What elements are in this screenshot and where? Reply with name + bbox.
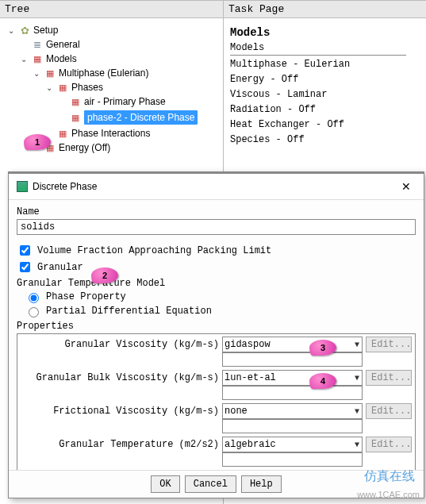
prop-label: Frictional Viscosity (kg/m-s) <box>21 406 219 417</box>
tree-header: Tree <box>0 1 223 18</box>
prop-label: Granular Viscosity (kg/m-s) <box>21 339 219 350</box>
tree-label: air - Primary Phase <box>84 96 166 107</box>
list-item[interactable]: Heat Exchanger - Off <box>230 117 420 133</box>
tree-node-air[interactable]: ▦ air - Primary Phase <box>3 94 220 109</box>
gtm-label: Granular Temperature Model <box>17 278 416 289</box>
granular-label: Granular <box>37 262 83 273</box>
grid-icon: ▦ <box>57 128 68 139</box>
vfrac-checkbox[interactable] <box>20 245 30 256</box>
tree-node-phases[interactable]: ⌄ ▦ Phases <box>3 80 220 94</box>
task-heading: Models <box>230 26 423 39</box>
tree-label-selected: phase-2 - Discrete Phase <box>84 110 198 125</box>
tree-node-interactions[interactable]: ▦ Phase Interactions <box>3 126 220 140</box>
properties-area: Granular Viscosity (kg/m-s) ▼ Edit... Gr… <box>17 333 416 470</box>
spacer <box>57 113 67 122</box>
grid-icon: ▦ <box>70 112 81 123</box>
phaseprop-label: Phase Property <box>46 291 126 302</box>
list-item[interactable]: Energy - Off <box>230 72 420 87</box>
spacer <box>32 143 41 152</box>
list-item[interactable]: Multiphase - Eulerian <box>230 57 420 72</box>
tree-node-setup[interactable]: ⌄ ✿ Setup <box>3 23 220 37</box>
list-item[interactable]: Radiation - Off <box>230 102 420 117</box>
close-icon[interactable]: ✕ <box>397 179 416 194</box>
dialog-title: Discrete Phase <box>33 181 97 192</box>
tree-node-phase2[interactable]: ▦ phase-2 - Discrete Phase <box>3 109 220 126</box>
task-subheading: Models <box>230 42 406 56</box>
dialog-titlebar[interactable]: Discrete Phase ✕ <box>9 174 424 200</box>
gear-icon: ✿ <box>19 25 30 36</box>
task-header: Task Page <box>224 1 426 18</box>
tree-body: ⌄ ✿ Setup ≣ General ⌄ ▦ Models ⌄ ▦ Multi… <box>0 18 223 160</box>
name-input[interactable] <box>17 219 416 235</box>
grid-icon: ▦ <box>70 96 81 107</box>
vfrac-label: Volume Fraction Approaching Packing Limi… <box>37 245 271 256</box>
vfrac-checkbox-row[interactable]: Volume Fraction Approaching Packing Limi… <box>17 243 416 258</box>
tree-label: Setup <box>33 25 58 36</box>
tree-label: Phase Interactions <box>71 128 150 139</box>
dialog-body: Name Volume Fraction Approaching Packing… <box>9 200 424 470</box>
granular-temp-select[interactable] <box>222 437 363 452</box>
pde-row[interactable]: Partial Differential Equation <box>25 305 416 317</box>
edit-button[interactable]: Edit... <box>366 337 412 352</box>
grid-icon: ▦ <box>57 82 68 93</box>
edit-button[interactable]: Edit... <box>366 437 412 452</box>
edit-button[interactable]: Edit... <box>366 370 412 386</box>
list-item[interactable]: Viscous - Laminar <box>230 87 420 102</box>
grid-icon: ▦ <box>44 142 56 153</box>
tree-label: Energy (Off) <box>59 142 110 153</box>
chevron-down-icon[interactable]: ⌄ <box>6 25 16 35</box>
prop-label: Granular Bulk Viscosity (kg/m-s) <box>21 372 219 383</box>
properties-label: Properties <box>17 321 416 332</box>
spacer <box>44 129 54 138</box>
discrete-phase-dialog: Discrete Phase ✕ Name Volume Fraction Ap… <box>8 171 424 498</box>
watermark-url: www.1CAE.com <box>357 490 420 499</box>
tree-node-models[interactable]: ⌄ ▦ Models <box>3 52 220 66</box>
task-list: Multiphase - Eulerian Energy - Off Visco… <box>230 57 420 148</box>
pde-radio[interactable] <box>29 307 39 317</box>
phaseprop-radio[interactable] <box>29 293 39 303</box>
prop-label: Granular Temperature (m2/s2) <box>21 439 219 450</box>
cancel-button[interactable]: Cancel <box>185 475 236 493</box>
list-icon: ≣ <box>32 39 43 50</box>
granular-temp-row: Granular Temperature (m2/s2) ▼ Edit... <box>17 436 415 453</box>
tree-label: Phases <box>71 82 103 93</box>
tree-label: Models <box>46 53 77 64</box>
granular-viscosity-row: Granular Viscosity (kg/m-s) ▼ Edit... <box>17 336 415 353</box>
tree-node-energy[interactable]: ▦ Energy (Off) <box>3 140 220 155</box>
chevron-down-icon[interactable]: ⌄ <box>19 54 29 63</box>
tree-label: General <box>46 39 80 50</box>
granular-checkbox[interactable] <box>20 262 30 272</box>
spacer <box>19 40 29 49</box>
ok-button[interactable]: OK <box>151 475 179 493</box>
spacer <box>57 97 67 106</box>
tree-label: Multiphase (Eulerian) <box>59 67 148 79</box>
edit-button[interactable]: Edit... <box>366 403 412 419</box>
frictional-viscosity-select[interactable] <box>222 403 363 419</box>
bulk-viscosity-select[interactable] <box>222 370 363 386</box>
grid-icon: ▦ <box>32 53 43 64</box>
phaseprop-row[interactable]: Phase Property <box>25 290 416 303</box>
frictional-viscosity-row: Frictional Viscosity (kg/m-s) ▼ Edit... <box>17 402 415 420</box>
granular-viscosity-value[interactable] <box>222 352 363 367</box>
name-label: Name <box>17 206 416 217</box>
dialog-icon <box>17 181 28 192</box>
help-button[interactable]: Help <box>241 475 282 493</box>
pde-label: Partial Differential Equation <box>46 306 212 317</box>
bulk-viscosity-value[interactable] <box>222 386 363 400</box>
list-item[interactable]: Species - Off <box>230 133 420 148</box>
grid-icon: ▦ <box>44 67 56 79</box>
frictional-viscosity-value[interactable] <box>222 419 363 433</box>
chevron-down-icon[interactable]: ⌄ <box>32 68 41 78</box>
granular-temp-value[interactable] <box>222 452 363 467</box>
tree-node-general[interactable]: ≣ General <box>3 37 220 52</box>
chevron-down-icon[interactable]: ⌄ <box>44 83 54 92</box>
bulk-viscosity-row: Granular Bulk Viscosity (kg/m-s) ▼ Edit.… <box>17 369 415 387</box>
granular-checkbox-row[interactable]: Granular <box>17 260 416 275</box>
tree-node-multiphase[interactable]: ⌄ ▦ Multiphase (Eulerian) <box>3 66 220 80</box>
watermark-brand: 仿真在线 <box>364 468 415 485</box>
granular-viscosity-select[interactable] <box>222 337 363 352</box>
